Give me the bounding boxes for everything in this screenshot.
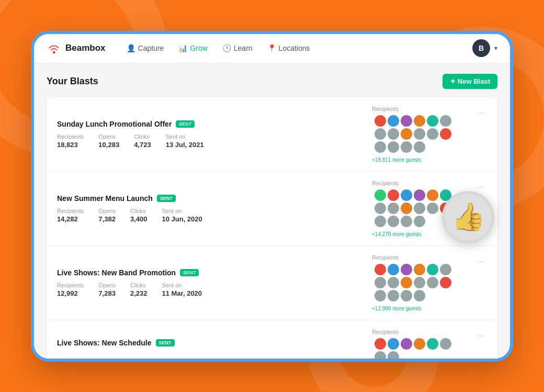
avatar xyxy=(401,203,412,214)
stat-recipients: Recipients 12,992 xyxy=(57,282,84,297)
blast-recipients: Recipients +12,980 more guests xyxy=(372,254,466,311)
recipients-label: Recipients xyxy=(372,180,399,186)
avatar xyxy=(401,338,412,350)
blast-title-row: Live Shows: New Band Promotion Sent xyxy=(57,268,364,277)
blasts-header: Your Blasts ✦ New Blast xyxy=(47,74,497,89)
stat-label-clicks: Clicks xyxy=(130,208,148,214)
stat-recipients: Recipients 18,823 xyxy=(57,133,84,149)
avatar xyxy=(401,264,412,275)
stat-clicks: Clicks 3,400 xyxy=(130,208,148,223)
blast-row: Sunday Lunch Promotional Offer Sent Reci… xyxy=(47,97,497,172)
avatar xyxy=(440,338,451,350)
stat-label-clicks: Clicks xyxy=(134,133,151,140)
avatar xyxy=(414,277,425,288)
blast-recipients: Recipients +18,811 more guests xyxy=(372,106,466,163)
stat-label-sent-on: Sent on xyxy=(162,208,202,214)
blast-name: Live Shows: New Schedule xyxy=(57,339,152,347)
avatar xyxy=(414,338,425,350)
stat-clicks: Clicks 2,232 xyxy=(130,282,148,297)
nav-item-grow[interactable]: 📊 Grow xyxy=(172,41,213,55)
nav-item-learn[interactable]: 🕐 Learn xyxy=(216,41,259,55)
stat-opens: Opens 10,283 xyxy=(98,133,119,149)
logo-text: Beambox xyxy=(65,43,106,53)
avatar xyxy=(375,277,386,288)
svg-point-0 xyxy=(53,51,55,54)
stat-label-opens: Opens xyxy=(98,282,116,288)
avatar xyxy=(401,216,412,227)
user-avatar[interactable]: B xyxy=(472,39,490,57)
avatar xyxy=(427,277,438,288)
avatar xyxy=(375,264,386,275)
blast-info: Sunday Lunch Promotional Offer Sent Reci… xyxy=(57,120,364,149)
avatar xyxy=(414,264,425,275)
stat-opens: Opens 7,283 xyxy=(98,282,116,297)
stat-label-opens: Opens xyxy=(98,208,116,214)
stat-value-clicks: 3,400 xyxy=(130,215,148,223)
blast-row: Live Shows: New Schedule Sent Recipients… xyxy=(47,320,497,359)
stat-clicks: Clicks 4,723 xyxy=(134,133,151,149)
avatar xyxy=(388,203,399,214)
stat-value-sent-on: 10 Jun, 2020 xyxy=(162,215,202,223)
avatar xyxy=(375,216,386,227)
avatar xyxy=(401,277,412,288)
blast-name: Live Shows: New Band Promotion xyxy=(57,268,176,277)
blast-title-row: Live Shows: New Schedule Sent xyxy=(57,339,364,347)
learn-icon: 🕐 xyxy=(222,44,231,52)
blast-menu-icon[interactable]: ⋯ xyxy=(474,106,487,120)
stat-label-sent-on: Sent on xyxy=(166,133,204,140)
blast-info: Live Shows: New Band Promotion Sent Reci… xyxy=(57,268,364,297)
stat-value-recipients: 14,282 xyxy=(57,215,84,223)
navbar: Beambox 👤 Capture 📊 Grow 🕐 Learn 📍 Loc xyxy=(34,34,510,63)
avatar xyxy=(375,128,386,140)
new-blast-button[interactable]: ✦ New Blast xyxy=(443,74,497,89)
avatar xyxy=(427,264,438,275)
avatar-grid xyxy=(375,115,463,153)
nav-items: 👤 Capture 📊 Grow 🕐 Learn 📍 Locations xyxy=(120,41,472,55)
chevron-down-icon[interactable]: ▾ xyxy=(494,44,497,52)
avatar xyxy=(401,141,412,153)
blast-name: New Summer Menu Launch xyxy=(57,194,153,203)
avatar xyxy=(388,277,399,288)
avatar xyxy=(388,264,399,275)
avatar xyxy=(401,290,412,301)
sent-badge: Sent xyxy=(176,120,195,128)
avatar xyxy=(440,115,451,127)
blast-menu-icon[interactable]: ⋯ xyxy=(474,254,487,268)
stat-sent-on: Sent on 11 Mar, 2020 xyxy=(162,282,202,297)
user-area: B ▾ xyxy=(472,39,497,57)
avatar xyxy=(388,141,399,153)
sent-badge: Sent xyxy=(157,195,176,202)
grow-icon: 📊 xyxy=(178,44,187,52)
avatar xyxy=(414,216,425,227)
blast-list: Sunday Lunch Promotional Offer Sent Reci… xyxy=(47,97,497,359)
nav-label-capture: Capture xyxy=(138,44,164,52)
stat-value-opens: 7,283 xyxy=(98,289,116,297)
avatar xyxy=(427,115,438,127)
stat-value-clicks: 2,232 xyxy=(130,289,148,297)
blast-menu-icon[interactable]: ⋯ xyxy=(474,329,487,343)
locations-icon: 📍 xyxy=(267,44,276,52)
sent-badge: Sent xyxy=(156,339,175,346)
thumbs-up-overlay: 👍 xyxy=(442,191,494,243)
avatar xyxy=(388,351,399,359)
stat-opens: Opens 7,382 xyxy=(98,208,116,223)
blast-recipients: Recipients xyxy=(372,329,466,359)
main-content: Your Blasts ✦ New Blast Sunday Lunch Pro… xyxy=(34,63,510,359)
avatar xyxy=(414,141,425,153)
avatar xyxy=(427,189,438,201)
logo-area: Beambox xyxy=(47,41,106,55)
blast-title-row: New Summer Menu Launch Sent xyxy=(57,194,364,203)
nav-item-capture[interactable]: 👤 Capture xyxy=(120,41,171,55)
avatar xyxy=(375,338,386,350)
blast-info: New Summer Menu Launch Sent Recipients 1… xyxy=(57,194,364,223)
app-container: Beambox 👤 Capture 📊 Grow 🕐 Learn 📍 Loc xyxy=(34,34,510,359)
stat-sent-on: Sent on 13 Jul, 2021 xyxy=(166,133,204,149)
stat-label-recipients: Recipients xyxy=(57,133,84,140)
nav-item-locations[interactable]: 📍 Locations xyxy=(261,41,316,55)
avatar xyxy=(427,203,438,214)
avatar xyxy=(414,290,425,301)
blast-row: Live Shows: New Band Promotion Sent Reci… xyxy=(47,246,497,320)
recipients-label: Recipients xyxy=(372,329,399,335)
stat-label-clicks: Clicks xyxy=(130,282,148,288)
stat-value-recipients: 18,823 xyxy=(57,141,84,149)
